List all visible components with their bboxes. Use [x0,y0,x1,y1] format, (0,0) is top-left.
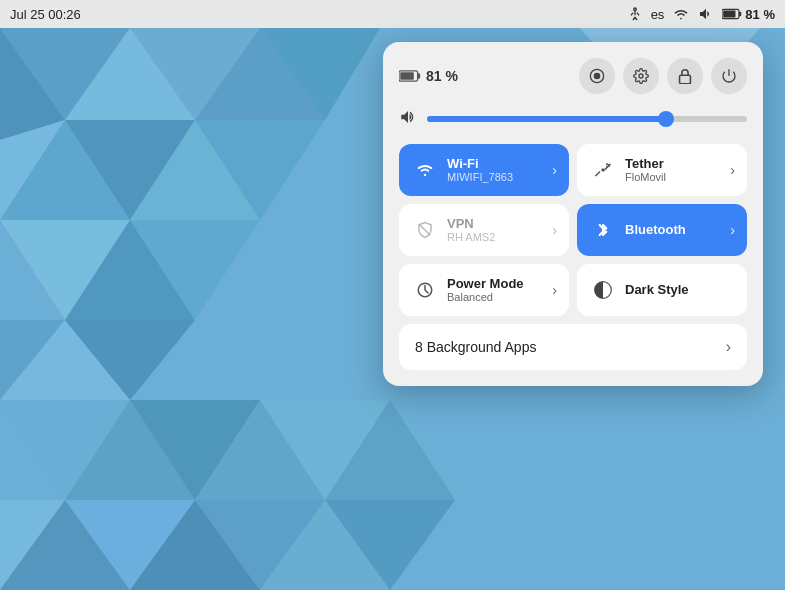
vpn-icon [411,216,439,244]
dark-style-toggle[interactable]: Dark Style [577,264,747,316]
background-apps-row[interactable]: 8 Background Apps › [399,324,747,370]
tether-icon [589,156,617,184]
bg-apps-label: 8 Background Apps [415,339,726,355]
tether-title: Tether [625,156,726,172]
power-button[interactable] [711,58,747,94]
wifi-toggle[interactable]: Wi-Fi MIWIFI_7863 › [399,144,569,196]
wifi-subtitle: MIWIFI_7863 [447,171,548,184]
tether-subtitle: FloMovil [625,171,726,184]
panel-battery-percent: 81 % [426,68,458,84]
toggle-grid: Wi-Fi MIWIFI_7863 › Tether FloMovil › [399,144,747,316]
tether-toggle-text: Tether FloMovil [625,156,726,185]
svg-line-44 [420,225,431,236]
vpn-toggle[interactable]: VPN RH AMS2 › [399,204,569,256]
dark-style-title: Dark Style [625,282,735,298]
power-mode-toggle-text: Power Mode Balanced [447,276,548,305]
vpn-chevron: › [552,222,557,238]
topbar-wifi-icon[interactable] [672,7,690,21]
topbar-language[interactable]: es [651,7,665,22]
bluetooth-toggle[interactable]: Bluetooth › [577,204,747,256]
bluetooth-icon [589,216,617,244]
volume-icon [399,108,417,130]
wifi-icon [411,156,439,184]
wifi-chevron: › [552,162,557,178]
topbar-battery[interactable]: 81 % [722,7,775,22]
volume-thumb [658,111,674,127]
svg-rect-37 [418,73,421,78]
screen-record-button[interactable] [579,58,615,94]
power-mode-chevron: › [552,282,557,298]
quick-settings-panel: 81 % [383,42,763,386]
bluetooth-chevron: › [730,222,735,238]
volume-fill [427,116,667,122]
svg-rect-35 [724,11,736,18]
vpn-toggle-text: VPN RH AMS2 [447,216,548,245]
topbar: Jul 25 00:26 es [0,0,785,28]
svg-rect-38 [400,72,414,80]
wifi-title: Wi-Fi [447,156,548,172]
wifi-toggle-text: Wi-Fi MIWIFI_7863 [447,156,548,185]
svg-point-41 [639,74,643,78]
accessibility-icon[interactable] [627,6,643,22]
tether-chevron: › [730,162,735,178]
power-mode-subtitle: Balanced [447,291,548,304]
volume-row [399,108,747,130]
volume-slider[interactable] [427,116,747,122]
dark-style-toggle-text: Dark Style [625,282,735,298]
lock-button[interactable] [667,58,703,94]
power-mode-icon [411,276,439,304]
bluetooth-toggle-text: Bluetooth [625,222,726,238]
topbar-datetime: Jul 25 00:26 [10,7,81,22]
svg-rect-42 [680,75,691,84]
tether-toggle[interactable]: Tether FloMovil › [577,144,747,196]
panel-battery-badge: 81 % [399,68,458,84]
panel-action-buttons [579,58,747,94]
settings-button[interactable] [623,58,659,94]
svg-rect-34 [739,12,741,17]
panel-header: 81 % [399,58,747,94]
bluetooth-title: Bluetooth [625,222,726,238]
vpn-title: VPN [447,216,548,232]
power-mode-toggle[interactable]: Power Mode Balanced › [399,264,569,316]
power-mode-title: Power Mode [447,276,548,292]
svg-point-32 [633,8,636,11]
svg-point-40 [594,73,599,78]
vpn-subtitle: RH AMS2 [447,231,548,244]
topbar-battery-percent: 81 % [745,7,775,22]
topbar-volume-icon[interactable] [698,6,714,22]
bg-apps-chevron: › [726,338,731,356]
dark-style-icon [589,276,617,304]
svg-rect-43 [602,169,605,172]
